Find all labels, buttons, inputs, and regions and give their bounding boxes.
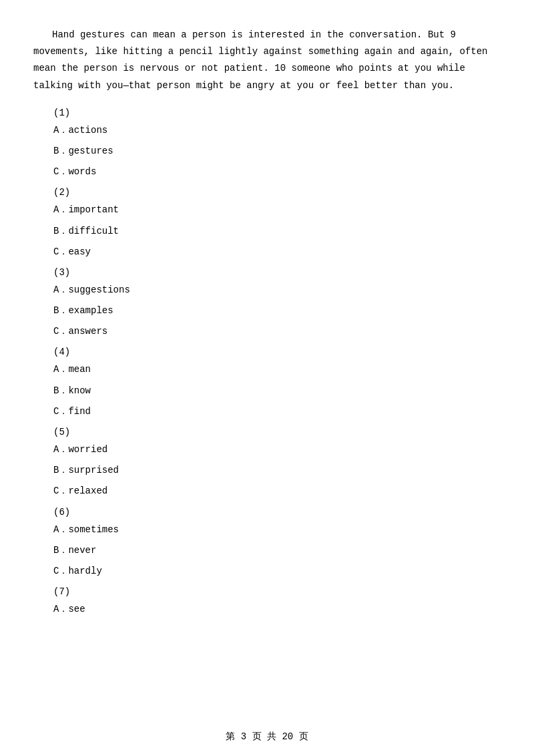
- question-3-option-1[interactable]: A．suggestions: [53, 282, 501, 299]
- question-4-option-1[interactable]: A．mean: [53, 361, 501, 378]
- question-number-7: (7): [53, 586, 501, 597]
- question-2: (2)A．importantB．difficultC．easy: [33, 187, 501, 260]
- question-6-option-3[interactable]: C．hardly: [53, 563, 501, 580]
- passage-text: Hand gestures can mean a person is inter…: [33, 27, 501, 94]
- question-1-option-2[interactable]: B．gestures: [53, 143, 501, 160]
- question-2-option-1[interactable]: A．important: [53, 202, 501, 218]
- question-5: (5)A．worriedB．surprisedC．relaxed: [33, 427, 501, 500]
- question-4-option-2[interactable]: B．know: [53, 383, 501, 399]
- question-2-option-2[interactable]: B．difficult: [53, 223, 501, 240]
- question-number-4: (4): [53, 347, 501, 357]
- question-2-option-3[interactable]: C．easy: [53, 244, 501, 260]
- question-3-option-2[interactable]: B．examples: [53, 303, 501, 319]
- questions-container: (1)A．actionsB．gesturesC．words(2)A．import…: [33, 108, 501, 618]
- question-number-1: (1): [53, 108, 501, 118]
- question-4-option-3[interactable]: C．find: [53, 403, 501, 420]
- question-3: (3)A．suggestionsB．examplesC．answers: [33, 267, 501, 341]
- question-number-2: (2): [53, 187, 501, 198]
- question-7: (7)A．see: [33, 586, 501, 618]
- page-footer: 第 3 页 共 20 页: [0, 731, 534, 743]
- question-3-option-3[interactable]: C．answers: [53, 323, 501, 340]
- question-1-option-1[interactable]: A．actions: [53, 122, 501, 139]
- question-5-option-1[interactable]: A．worried: [53, 441, 501, 458]
- question-1: (1)A．actionsB．gesturesC．words: [33, 108, 501, 181]
- question-1-option-3[interactable]: C．words: [53, 164, 501, 180]
- question-6-option-2[interactable]: B．never: [53, 542, 501, 559]
- question-4: (4)A．meanB．knowC．find: [33, 347, 501, 420]
- question-number-6: (6): [53, 507, 501, 518]
- question-number-5: (5): [53, 427, 501, 437]
- question-6-option-1[interactable]: A．sometimes: [53, 522, 501, 538]
- question-5-option-2[interactable]: B．surprised: [53, 462, 501, 479]
- question-7-option-1[interactable]: A．see: [53, 601, 501, 618]
- question-5-option-3[interactable]: C．relaxed: [53, 483, 501, 500]
- question-6: (6)A．sometimesB．neverC．hardly: [33, 507, 501, 580]
- question-number-3: (3): [53, 267, 501, 278]
